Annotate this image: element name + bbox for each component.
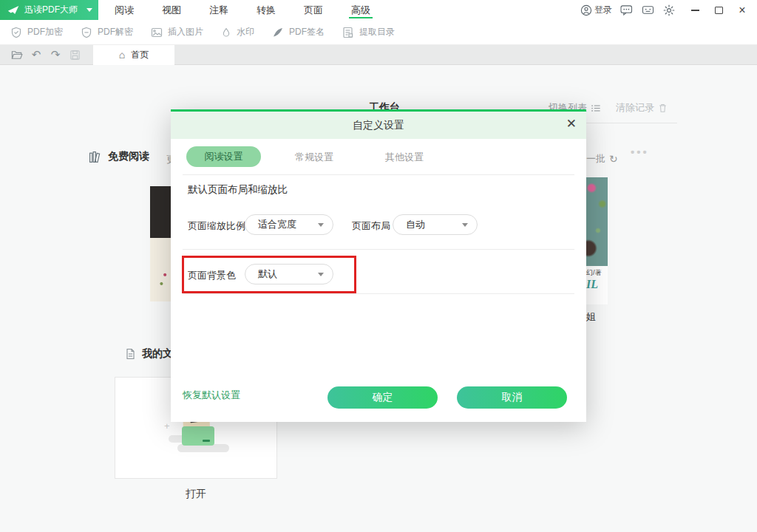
free-reading-label: 免费阅读	[108, 150, 149, 163]
list-icon	[591, 103, 601, 113]
undo-icon: ↶	[32, 48, 41, 61]
minimize-button[interactable]	[689, 4, 701, 16]
open-card-label: 打开	[115, 488, 277, 501]
close-icon: ×	[739, 4, 745, 16]
toolbar: PDF加密 PDF解密 插入图片 水印 PDF签名	[0, 20, 757, 45]
book-cover-left-art	[150, 238, 171, 301]
save-button[interactable]	[65, 47, 84, 63]
page-layout-label: 页面布局	[352, 219, 390, 233]
clear-records-label: 清除记录	[616, 101, 654, 115]
tool-pdf-decrypt[interactable]: PDF解密	[81, 26, 133, 38]
tool-extract-toc[interactable]: 提取目录	[342, 26, 395, 38]
tool-label: PDF签名	[289, 26, 325, 38]
free-reading-header: 免费阅读	[89, 150, 149, 163]
menu-item-read[interactable]: 阅读	[112, 0, 137, 20]
folder-illustration-front	[182, 426, 214, 446]
folder-open-icon	[11, 50, 24, 61]
feedback-button[interactable]	[619, 3, 634, 18]
shield-check-icon	[10, 27, 22, 38]
dialog-header: 自定义设置 ✕	[171, 112, 586, 139]
dialog-tab-other[interactable]: 其他设置	[385, 151, 424, 164]
restore-defaults-link[interactable]: 恢复默认设置	[183, 389, 240, 402]
book-cover-right[interactable]: 幻/著 IL	[586, 177, 608, 304]
book-cover-left-art	[150, 186, 171, 238]
chat-bubble-icon	[620, 4, 633, 16]
bg-color-label: 页面背景色	[188, 269, 236, 282]
redo-button[interactable]: ↷	[46, 47, 65, 63]
plus-icon: +	[164, 420, 170, 432]
dialog-divider	[183, 174, 574, 175]
trash-icon	[658, 103, 668, 113]
tool-label: 水印	[237, 26, 254, 38]
tab-bar: ↶ ↷ ⌂ 首页	[0, 45, 757, 65]
tool-label: 插入图片	[168, 26, 203, 38]
minimize-icon	[691, 10, 699, 11]
books-icon	[89, 151, 102, 163]
maximize-icon	[715, 7, 723, 14]
dialog-tab-general[interactable]: 常规设置	[295, 151, 333, 164]
zoom-ratio-value: 适合宽度	[258, 218, 296, 231]
book-title-fragment: 姐	[586, 310, 596, 324]
bg-color-value: 默认	[258, 267, 277, 281]
book-cover-left[interactable]	[150, 186, 171, 301]
tool-label: 提取目录	[359, 26, 395, 38]
tool-watermark[interactable]: 水印	[221, 26, 254, 38]
chevron-down-icon	[318, 273, 324, 276]
book-logo-fragment: IL	[586, 278, 608, 291]
zoom-ratio-select[interactable]: 适合宽度	[245, 214, 333, 235]
window-controls: ×	[689, 4, 748, 16]
document-icon	[124, 348, 136, 360]
menu-item-convert[interactable]: 转换	[254, 0, 279, 20]
image-icon	[151, 27, 163, 38]
chevron-down-icon	[86, 8, 92, 12]
tab-home[interactable]: ⌂ 首页	[93, 45, 174, 65]
chevron-down-icon	[318, 223, 324, 227]
page-layout-value: 自动	[406, 218, 425, 231]
shield-minus-icon	[81, 27, 92, 38]
menu-item-advanced[interactable]: 高级	[348, 0, 373, 20]
tool-insert-image[interactable]: 插入图片	[151, 26, 203, 38]
tool-label: PDF加密	[27, 26, 63, 38]
page-layout-select[interactable]: 自动	[393, 214, 478, 235]
ok-button[interactable]: 确定	[327, 386, 438, 409]
tab-home-label: 首页	[131, 49, 149, 61]
titlebar: 迅读PDF大师 阅读 视图 注释 转换 页面 高级 登录	[0, 0, 757, 20]
bg-color-select[interactable]: 默认	[245, 264, 333, 284]
redo-icon: ↷	[51, 48, 61, 61]
app-window: 迅读PDF大师 阅读 视图 注释 转换 页面 高级 登录	[0, 0, 757, 532]
more-options-button[interactable]: •••	[631, 146, 649, 158]
chevron-down-icon	[462, 223, 468, 227]
settings-button[interactable]	[662, 3, 676, 18]
floppy-icon	[69, 50, 81, 61]
app-name: 迅读PDF大师	[24, 4, 78, 16]
gear-icon	[663, 4, 675, 16]
activity-button[interactable]	[640, 3, 655, 18]
close-window-button[interactable]: ×	[736, 4, 748, 16]
custom-settings-dialog: 自定义设置 ✕ 阅读设置 常规设置 其他设置 默认页面布局和缩放比 页面缩放比例…	[171, 109, 586, 422]
app-logo[interactable]: 迅读PDF大师	[0, 0, 98, 20]
dialog-divider	[183, 249, 574, 250]
maximize-button[interactable]	[713, 4, 724, 16]
extract-toc-icon	[342, 27, 354, 38]
menu-item-annotate[interactable]: 注释	[206, 0, 231, 20]
refresh-icon: ↻	[609, 153, 618, 165]
book-cover-right-art	[586, 177, 608, 266]
clear-records-button[interactable]: 清除记录	[616, 101, 668, 115]
dialog-tab-reading[interactable]: 阅读设置	[186, 146, 261, 167]
menu-item-page[interactable]: 页面	[301, 0, 326, 20]
dialog-close-button[interactable]: ✕	[566, 117, 577, 130]
undo-button[interactable]: ↶	[27, 47, 46, 63]
titlebar-right: 登录 ×	[580, 3, 757, 18]
id-card-icon	[642, 4, 654, 16]
tool-pdf-encrypt[interactable]: PDF加密	[10, 26, 63, 38]
cancel-button[interactable]: 取消	[457, 386, 567, 409]
dialog-divider	[183, 293, 574, 294]
login-label: 登录	[594, 4, 612, 16]
menu-item-view[interactable]: 视图	[159, 0, 184, 20]
open-file-button[interactable]	[7, 47, 27, 63]
tool-pdf-sign[interactable]: PDF签名	[272, 26, 325, 38]
folder-illustration-dash	[203, 440, 210, 442]
pen-icon	[272, 27, 284, 38]
droplet-icon	[221, 27, 231, 38]
login-button[interactable]: 登录	[580, 4, 612, 16]
